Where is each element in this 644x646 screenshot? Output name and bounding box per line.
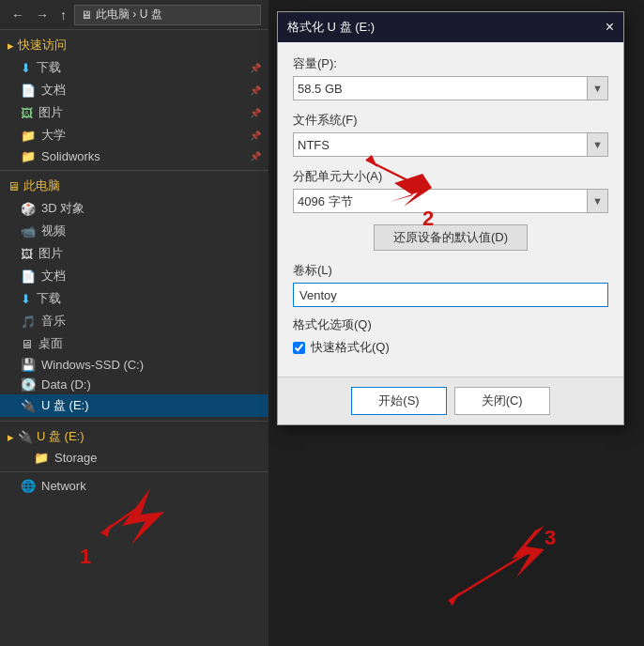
- sidebar-item-label: 文档: [41, 82, 66, 99]
- sidebar-item-label: 图片: [38, 104, 63, 121]
- sidebar-item-label: Network: [41, 479, 86, 493]
- img-icon: 🖼: [21, 106, 33, 120]
- sidebar-item-pics-quick[interactable]: 🖼 图片: [0, 101, 268, 124]
- chevron-right-icon: ▸: [8, 38, 14, 53]
- sidebar-item-label: Windows-SSD (C:): [41, 358, 144, 372]
- usb-icon: 🔌: [18, 430, 33, 444]
- sidebar-item-solidworks[interactable]: 📁 Solidworks: [0, 146, 268, 166]
- this-pc-label: 此电脑: [23, 177, 60, 194]
- capacity-select[interactable]: 58.5 GB: [293, 76, 588, 100]
- sidebar-item-label: 图片: [38, 245, 63, 262]
- folder-icon: 📁: [34, 451, 49, 465]
- alloc-section: 分配单元大小(A) 4096 字节 ▼: [293, 168, 608, 213]
- dialog-footer: 开始(S) 关闭(C): [278, 377, 623, 424]
- format-options-label: 格式化选项(Q): [293, 316, 608, 333]
- restore-defaults-button[interactable]: 还原设备的默认值(D): [374, 224, 528, 251]
- drive-icon: 💾: [21, 358, 36, 372]
- filesystem-select[interactable]: NTFS: [293, 132, 588, 157]
- sidebar-item-label: 下载: [37, 290, 61, 307]
- sidebar-item-desktop[interactable]: 🖥 桌面: [0, 332, 268, 355]
- dialog-titlebar: 格式化 U 盘 (E:) ×: [278, 12, 623, 42]
- volume-section: 卷标(L): [293, 262, 608, 307]
- drive-icon: 💽: [21, 377, 36, 392]
- svg-line-6: [449, 554, 526, 601]
- sidebar-item-label: 3D 对象: [41, 200, 84, 217]
- quick-format-checkbox[interactable]: [293, 342, 305, 354]
- sidebar-item-data-d[interactable]: 💽 Data (D:): [0, 375, 268, 394]
- sidebar-item-usb-e[interactable]: 🔌 U 盘 (E:): [0, 394, 268, 417]
- filesystem-dropdown-arrow[interactable]: ▼: [588, 132, 608, 157]
- sidebar-item-3d[interactable]: 🎲 3D 对象: [0, 197, 268, 220]
- volume-label: 卷标(L): [293, 262, 608, 279]
- alloc-select[interactable]: 4096 字节: [293, 189, 588, 213]
- sidebar-item-label: 音乐: [41, 313, 66, 330]
- start-button[interactable]: 开始(S): [351, 387, 446, 415]
- filesystem-select-row: NTFS ▼: [293, 132, 608, 157]
- capacity-select-row: 58.5 GB ▼: [293, 76, 608, 100]
- divider-1: [0, 170, 268, 171]
- folder-icon: 📁: [21, 149, 36, 163]
- sidebar-item-label: Solidworks: [41, 149, 100, 163]
- breadcrumb-icon: 🖥: [81, 8, 92, 22]
- usb-section-header[interactable]: ▸ 🔌 U 盘 (E:): [0, 425, 268, 448]
- dialog-body: 容量(P): 58.5 GB ▼ 文件系统(F) NTFS ▼ 分配单元大小(A…: [278, 42, 623, 377]
- sidebar-item-storage[interactable]: 📁 Storage: [0, 448, 268, 468]
- download-icon: ⬇: [21, 292, 31, 306]
- dialog-title: 格式化 U 盘 (E:): [287, 19, 375, 36]
- sidebar-item-pictures[interactable]: 🖼 图片: [0, 242, 268, 265]
- this-pc-header[interactable]: 🖥 此电脑: [0, 175, 268, 197]
- pc-icon: 🖥: [8, 179, 20, 193]
- divider-2: [0, 421, 268, 422]
- back-button[interactable]: ←: [8, 6, 28, 24]
- quick-format-row: 快速格式化(Q): [293, 339, 608, 356]
- sidebar-item-university[interactable]: 📁 大学: [0, 124, 268, 146]
- capacity-dropdown-arrow[interactable]: ▼: [588, 76, 608, 100]
- sidebar-item-downloads[interactable]: ⬇ 下载: [0, 287, 268, 310]
- annotation-3: 3: [449, 526, 556, 606]
- svg-marker-8: [512, 526, 544, 577]
- annotation-num3: 3: [544, 526, 556, 549]
- sidebar-item-music[interactable]: 🎵 音乐: [0, 310, 268, 332]
- sidebar-item-label: 下载: [37, 59, 61, 76]
- svg-marker-7: [449, 592, 460, 606]
- sidebar-item-documents[interactable]: 📄 文档: [0, 265, 268, 287]
- sidebar-item-windows-ssd[interactable]: 💾 Windows-SSD (C:): [0, 355, 268, 375]
- up-button[interactable]: ↑: [56, 6, 70, 24]
- alloc-label: 分配单元大小(A): [293, 168, 608, 185]
- folder-icon: 📁: [21, 129, 36, 143]
- sidebar-item-network[interactable]: 🌐 Network: [0, 476, 268, 496]
- filesystem-section: 文件系统(F) NTFS ▼: [293, 112, 608, 157]
- sidebar-item-label: Storage: [54, 451, 98, 465]
- quick-format-label: 快速格式化(Q): [311, 339, 390, 356]
- sidebar-item-download-quick[interactable]: ⬇ 下载: [0, 56, 268, 79]
- capacity-section: 容量(P): 58.5 GB ▼: [293, 55, 608, 100]
- forward-button[interactable]: →: [32, 6, 53, 24]
- doc-icon: 📄: [21, 269, 36, 284]
- sidebar-item-label: Data (D:): [41, 377, 91, 392]
- capacity-label: 容量(P):: [293, 55, 608, 72]
- sidebar-item-label: U 盘 (E:): [41, 397, 89, 414]
- sidebar-item-label: 桌面: [38, 335, 63, 352]
- sidebar-item-docs-quick[interactable]: 📄 文档: [0, 79, 268, 101]
- volume-input[interactable]: [293, 283, 608, 307]
- restore-btn-row: 还原设备的默认值(D): [293, 224, 608, 251]
- alloc-select-row: 4096 字节 ▼: [293, 189, 608, 213]
- network-icon: 🌐: [21, 479, 36, 493]
- quick-access-header[interactable]: ▸ 快速访问: [0, 34, 268, 56]
- dialog-close-button[interactable]: ×: [606, 20, 614, 35]
- format-options-section: 格式化选项(Q) 快速格式化(Q): [293, 316, 608, 356]
- sidebar: ▸ 快速访问 ⬇ 下载 📄 文档 🖼 图片 📁 大学 📁 Solidworks …: [0, 30, 268, 646]
- img-icon: 🖼: [21, 247, 33, 261]
- usb-icon: 🔌: [21, 399, 36, 413]
- close-button[interactable]: 关闭(C): [454, 387, 550, 415]
- download-icon: ⬇: [21, 61, 31, 75]
- desktop-icon: 🖥: [21, 337, 33, 351]
- breadcrumb[interactable]: 🖥 此电脑 › U 盘: [74, 5, 261, 25]
- usb-label: U 盘 (E:): [37, 428, 84, 445]
- sidebar-item-video[interactable]: 📹 视频: [0, 220, 268, 242]
- breadcrumb-text: 此电脑 › U 盘: [96, 7, 162, 23]
- alloc-dropdown-arrow[interactable]: ▼: [588, 189, 608, 213]
- nav-bar: ← → ↑ 🖥 此电脑 › U 盘: [0, 0, 268, 30]
- format-dialog: 格式化 U 盘 (E:) × 容量(P): 58.5 GB ▼ 文件系统(F) …: [277, 11, 624, 425]
- doc-icon: 📄: [21, 84, 36, 98]
